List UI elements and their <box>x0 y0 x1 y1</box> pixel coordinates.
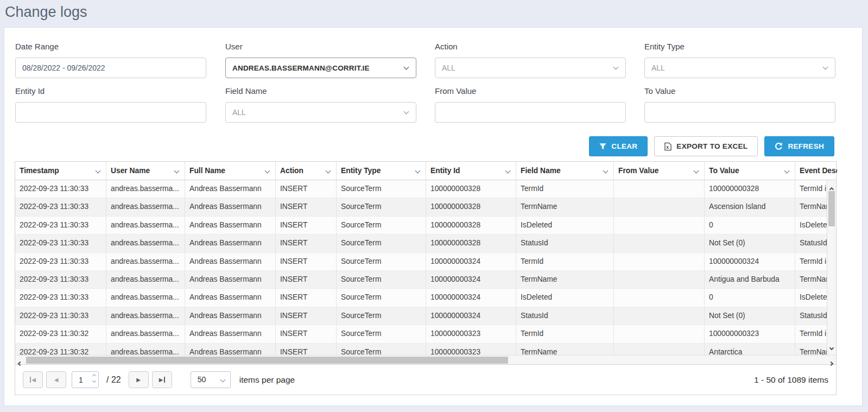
table-cell: 2022-09-23 11:30:33 <box>15 217 106 234</box>
table-cell: 100000000328 <box>704 180 795 198</box>
date-range-input[interactable] <box>15 58 206 78</box>
content-card: Date Range User ANDREAS.BASSERMANN@CORRI… <box>4 27 863 406</box>
table-cell: INSERT <box>275 217 336 234</box>
table-cell: 2022-09-23 11:30:33 <box>15 289 106 307</box>
to-value-input[interactable] <box>644 102 835 123</box>
table-row[interactable]: 2022-09-23 11:30:33andreas.basserma...An… <box>15 307 836 325</box>
table-cell <box>613 198 704 216</box>
table-cell: 100000000324 <box>426 271 516 289</box>
column-header[interactable]: To Value <box>704 162 795 180</box>
user-select[interactable]: ANDREAS.BASSERMANN@CORRIT.IE <box>225 58 416 78</box>
column-menu-icon[interactable] <box>265 168 270 174</box>
table-cell: Andreas Bassermann <box>185 234 275 252</box>
column-header[interactable]: Full Name <box>185 162 275 180</box>
column-header[interactable]: Timestamp <box>15 162 106 180</box>
table-cell: 100000000324 <box>704 253 795 271</box>
table-cell: INSERT <box>275 325 336 343</box>
column-menu-icon[interactable] <box>694 168 699 174</box>
change-logs-table: TimestampUser NameFull NameActionEntity … <box>15 161 837 395</box>
column-header[interactable]: Entity Id <box>426 162 516 180</box>
table-cell: 2022-09-23 11:30:33 <box>15 198 106 216</box>
column-menu-icon[interactable] <box>784 168 790 174</box>
entity-id-input[interactable] <box>15 102 206 123</box>
table-cell: INSERT <box>275 253 336 271</box>
vertical-scrollbar[interactable] <box>827 180 836 355</box>
horizontal-scrollbar-thumb[interactable] <box>26 357 508 364</box>
column-menu-icon[interactable] <box>174 168 180 174</box>
to-value-label: To Value <box>644 86 835 97</box>
table-row[interactable]: 2022-09-23 11:30:33andreas.basserma...An… <box>15 180 836 198</box>
table-cell <box>613 325 704 343</box>
table-row[interactable]: 2022-09-23 11:30:33andreas.basserma...An… <box>15 198 836 216</box>
column-header-label: Entity Id <box>430 167 460 175</box>
table-cell: TermName <box>516 271 613 289</box>
pager-prev-button[interactable]: ◀ <box>46 371 66 388</box>
vertical-scrollbar-thumb[interactable] <box>828 191 835 226</box>
table-cell: 100000000328 <box>426 198 516 216</box>
column-header-label: Entity Type <box>341 167 381 175</box>
page-spinner[interactable] <box>93 375 96 382</box>
table-cell <box>613 271 704 289</box>
column-menu-icon[interactable] <box>603 168 609 174</box>
table-cell: 2022-09-23 11:30:32 <box>15 325 106 343</box>
export-to-excel-button[interactable]: x EXPORT TO EXCEL <box>654 136 758 156</box>
table-cell: 100000000324 <box>426 307 516 325</box>
entity-type-select[interactable]: ALL <box>644 58 835 78</box>
page-size-select[interactable]: 50 <box>191 371 231 388</box>
pager-last-button[interactable]: ▶ <box>152 371 172 388</box>
column-header[interactable]: Event Desc <box>795 162 837 180</box>
column-header-label: Full Name <box>189 167 225 175</box>
table-cell <box>613 180 704 198</box>
column-header[interactable]: Action <box>275 162 336 180</box>
pager-first-button[interactable]: ◀ <box>23 371 43 388</box>
table-row[interactable]: 2022-09-23 11:30:32andreas.basserma...An… <box>15 325 836 343</box>
field-name-select-value: ALL <box>232 108 246 117</box>
field-name-label: Field Name <box>225 86 416 97</box>
date-range-label: Date Range <box>15 42 206 52</box>
pager-total-pages-label: / 22 <box>106 375 121 385</box>
table-cell: INSERT <box>275 289 336 307</box>
table-cell: SourceTerm <box>336 234 426 252</box>
table-row[interactable]: 2022-09-23 11:30:33andreas.basserma...An… <box>15 253 836 271</box>
from-value-input[interactable] <box>435 102 626 123</box>
column-menu-icon[interactable] <box>326 168 331 174</box>
scroll-down-icon[interactable] <box>830 342 833 352</box>
prev-page-icon: ◀ <box>54 377 59 383</box>
table-cell: 100000000324 <box>426 289 516 307</box>
table-cell: TermId <box>516 253 613 271</box>
excel-file-icon: x <box>664 142 671 151</box>
table-row[interactable]: 2022-09-23 11:30:33andreas.basserma...An… <box>15 234 836 252</box>
table-cell: Andreas Bassermann <box>185 180 275 198</box>
column-header[interactable]: User Name <box>106 162 185 180</box>
table-row[interactable]: 2022-09-23 11:30:33andreas.basserma...An… <box>15 217 836 234</box>
refresh-button[interactable]: REFRESH <box>764 136 834 156</box>
table-row[interactable]: 2022-09-23 11:30:33andreas.basserma...An… <box>15 271 836 289</box>
pager-range-label: 1 - 50 of 1089 items <box>754 375 828 385</box>
horizontal-scrollbar[interactable] <box>15 355 836 364</box>
page-size-value: 50 <box>198 375 206 384</box>
column-header[interactable]: Entity Type <box>336 162 426 180</box>
pager-page-input-wrap <box>72 371 99 388</box>
column-menu-icon[interactable] <box>415 168 421 174</box>
table-cell: andreas.basserma... <box>106 307 185 325</box>
field-name-select[interactable]: ALL <box>225 102 416 123</box>
action-select[interactable]: ALL <box>435 58 626 78</box>
table-row[interactable]: 2022-09-23 11:30:33andreas.basserma...An… <box>15 289 836 307</box>
chevron-down-icon <box>404 109 409 115</box>
column-header[interactable]: From Value <box>613 162 704 180</box>
column-header-label: Action <box>280 167 303 175</box>
table-cell <box>613 307 704 325</box>
table-cell: 100000000328 <box>426 180 516 198</box>
clear-button[interactable]: CLEAR <box>589 136 648 156</box>
action-label: Action <box>435 42 626 52</box>
table-cell: andreas.basserma... <box>106 325 185 343</box>
column-menu-icon[interactable] <box>96 168 101 174</box>
column-header[interactable]: Field Name <box>516 162 613 180</box>
scroll-right-icon[interactable] <box>829 358 833 367</box>
scroll-left-icon[interactable] <box>18 358 22 367</box>
table-row[interactable]: 2022-09-23 11:30:32andreas.basserma...An… <box>15 344 836 355</box>
column-menu-icon[interactable] <box>505 168 511 174</box>
table-cell: 100000000323 <box>426 344 516 355</box>
table-cell: INSERT <box>275 180 336 198</box>
pager-next-button[interactable]: ▶ <box>129 371 149 388</box>
